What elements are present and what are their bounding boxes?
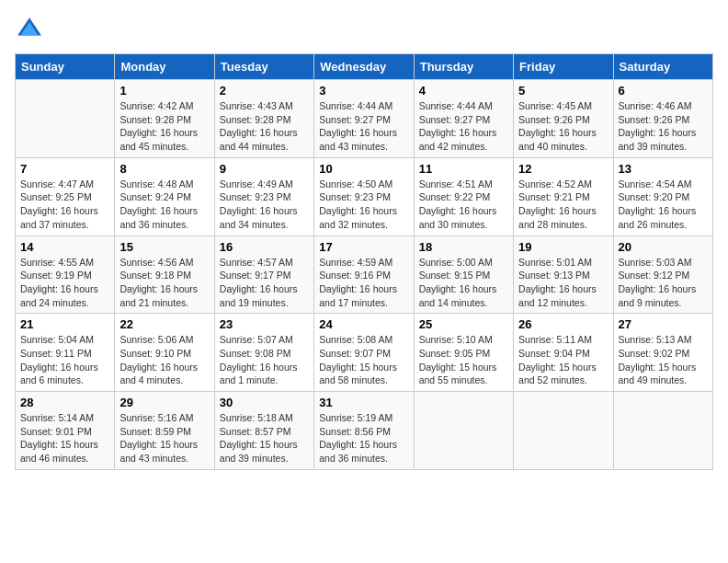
day-number: 17 — [319, 240, 408, 254]
calendar-cell: 23Sunrise: 5:07 AM Sunset: 9:08 PM Dayli… — [214, 314, 313, 392]
day-number: 20 — [619, 240, 708, 254]
day-info: Sunrise: 5:06 AM Sunset: 9:10 PM Dayligh… — [119, 333, 209, 387]
day-number: 23 — [220, 317, 309, 331]
day-info: Sunrise: 5:18 AM Sunset: 8:57 PM Dayligh… — [220, 411, 309, 465]
header-thursday: Thursday — [414, 54, 513, 80]
header-row: SundayMondayTuesdayWednesdayThursdayFrid… — [16, 54, 713, 80]
week-row-1: 1Sunrise: 4:42 AM Sunset: 9:28 PM Daylig… — [16, 80, 713, 158]
day-info: Sunrise: 4:48 AM Sunset: 9:24 PM Dayligh… — [119, 178, 209, 232]
day-info: Sunrise: 4:55 AM Sunset: 9:19 PM Dayligh… — [20, 256, 109, 310]
day-number: 28 — [20, 396, 109, 409]
calendar-cell: 8Sunrise: 4:48 AM Sunset: 9:24 PM Daylig… — [115, 157, 214, 236]
day-number: 19 — [518, 240, 608, 254]
day-number: 18 — [419, 240, 508, 254]
day-number: 3 — [319, 84, 408, 98]
day-info: Sunrise: 4:50 AM Sunset: 9:23 PM Dayligh… — [319, 178, 408, 232]
day-info: Sunrise: 5:01 AM Sunset: 9:13 PM Dayligh… — [518, 256, 608, 310]
header-friday: Friday — [514, 54, 613, 80]
day-info: Sunrise: 4:45 AM Sunset: 9:26 PM Dayligh… — [518, 99, 608, 154]
day-info: Sunrise: 4:42 AM Sunset: 9:28 PM Dayligh… — [119, 99, 209, 154]
day-info: Sunrise: 4:52 AM Sunset: 9:21 PM Dayligh… — [518, 178, 608, 232]
calendar-cell: 12Sunrise: 4:52 AM Sunset: 9:21 PM Dayli… — [514, 157, 613, 236]
day-number: 30 — [220, 396, 309, 409]
day-info: Sunrise: 4:59 AM Sunset: 9:16 PM Dayligh… — [319, 256, 408, 310]
calendar-cell: 15Sunrise: 4:56 AM Sunset: 9:18 PM Dayli… — [115, 236, 214, 314]
day-number: 11 — [419, 162, 508, 176]
day-info: Sunrise: 5:16 AM Sunset: 8:59 PM Dayligh… — [119, 411, 209, 465]
calendar-cell: 30Sunrise: 5:18 AM Sunset: 8:57 PM Dayli… — [214, 392, 313, 470]
header-wednesday: Wednesday — [314, 54, 414, 80]
day-number: 12 — [518, 162, 608, 176]
calendar-cell: 4Sunrise: 4:44 AM Sunset: 9:27 PM Daylig… — [414, 80, 513, 158]
week-row-2: 7Sunrise: 4:47 AM Sunset: 9:25 PM Daylig… — [16, 157, 713, 236]
day-number: 9 — [220, 162, 309, 176]
day-number: 4 — [419, 84, 508, 98]
calendar-cell — [16, 80, 115, 158]
calendar-cell: 1Sunrise: 4:42 AM Sunset: 9:28 PM Daylig… — [115, 80, 214, 158]
calendar-cell: 2Sunrise: 4:43 AM Sunset: 9:28 PM Daylig… — [214, 80, 313, 158]
day-info: Sunrise: 4:46 AM Sunset: 9:26 PM Dayligh… — [619, 99, 708, 154]
logo — [15, 15, 48, 44]
calendar-cell: 19Sunrise: 5:01 AM Sunset: 9:13 PM Dayli… — [514, 236, 613, 314]
day-info: Sunrise: 5:19 AM Sunset: 8:56 PM Dayligh… — [319, 411, 408, 465]
day-number: 5 — [518, 84, 608, 98]
header-monday: Monday — [115, 54, 214, 80]
calendar-cell: 14Sunrise: 4:55 AM Sunset: 9:19 PM Dayli… — [16, 236, 115, 314]
day-info: Sunrise: 5:11 AM Sunset: 9:04 PM Dayligh… — [518, 333, 608, 387]
day-info: Sunrise: 5:08 AM Sunset: 9:07 PM Dayligh… — [319, 333, 408, 387]
day-number: 15 — [119, 240, 209, 254]
day-number: 24 — [319, 317, 408, 331]
calendar-cell: 21Sunrise: 5:04 AM Sunset: 9:11 PM Dayli… — [16, 314, 115, 392]
calendar-cell — [514, 392, 613, 470]
calendar-cell: 24Sunrise: 5:08 AM Sunset: 9:07 PM Dayli… — [314, 314, 414, 392]
calendar-cell: 22Sunrise: 5:06 AM Sunset: 9:10 PM Dayli… — [115, 314, 214, 392]
calendar-cell: 16Sunrise: 4:57 AM Sunset: 9:17 PM Dayli… — [214, 236, 313, 314]
calendar-table: SundayMondayTuesdayWednesdayThursdayFrid… — [15, 53, 713, 470]
day-info: Sunrise: 4:56 AM Sunset: 9:18 PM Dayligh… — [119, 256, 209, 310]
calendar-cell: 17Sunrise: 4:59 AM Sunset: 9:16 PM Dayli… — [314, 236, 414, 314]
calendar-cell: 9Sunrise: 4:49 AM Sunset: 9:23 PM Daylig… — [214, 157, 313, 236]
day-number: 6 — [619, 84, 708, 98]
day-number: 10 — [319, 162, 408, 176]
week-row-4: 21Sunrise: 5:04 AM Sunset: 9:11 PM Dayli… — [16, 314, 713, 392]
day-number: 13 — [619, 162, 708, 176]
week-row-5: 28Sunrise: 5:14 AM Sunset: 9:01 PM Dayli… — [16, 392, 713, 470]
calendar-cell: 31Sunrise: 5:19 AM Sunset: 8:56 PM Dayli… — [314, 392, 414, 470]
logo-icon — [15, 15, 44, 44]
calendar-cell: 18Sunrise: 5:00 AM Sunset: 9:15 PM Dayli… — [414, 236, 513, 314]
week-row-3: 14Sunrise: 4:55 AM Sunset: 9:19 PM Dayli… — [16, 236, 713, 314]
calendar-cell: 29Sunrise: 5:16 AM Sunset: 8:59 PM Dayli… — [115, 392, 214, 470]
day-number: 25 — [419, 317, 508, 331]
day-info: Sunrise: 4:47 AM Sunset: 9:25 PM Dayligh… — [20, 178, 109, 232]
day-number: 29 — [119, 396, 209, 409]
calendar-cell: 5Sunrise: 4:45 AM Sunset: 9:26 PM Daylig… — [514, 80, 613, 158]
day-info: Sunrise: 5:10 AM Sunset: 9:05 PM Dayligh… — [419, 333, 508, 387]
day-number: 26 — [518, 317, 608, 331]
calendar-cell: 6Sunrise: 4:46 AM Sunset: 9:26 PM Daylig… — [613, 80, 712, 158]
day-number: 14 — [20, 240, 109, 254]
day-info: Sunrise: 4:51 AM Sunset: 9:22 PM Dayligh… — [419, 178, 508, 232]
day-number: 16 — [220, 240, 309, 254]
day-number: 7 — [20, 162, 109, 176]
day-info: Sunrise: 5:13 AM Sunset: 9:02 PM Dayligh… — [619, 333, 708, 387]
header-sunday: Sunday — [16, 54, 115, 80]
calendar-cell — [613, 392, 712, 470]
day-info: Sunrise: 4:49 AM Sunset: 9:23 PM Dayligh… — [220, 178, 309, 232]
day-number: 27 — [619, 317, 708, 331]
calendar-cell: 27Sunrise: 5:13 AM Sunset: 9:02 PM Dayli… — [613, 314, 712, 392]
calendar-cell: 20Sunrise: 5:03 AM Sunset: 9:12 PM Dayli… — [613, 236, 712, 314]
day-number: 2 — [220, 84, 309, 98]
day-info: Sunrise: 4:43 AM Sunset: 9:28 PM Dayligh… — [220, 99, 309, 154]
calendar-cell: 25Sunrise: 5:10 AM Sunset: 9:05 PM Dayli… — [414, 314, 513, 392]
calendar-cell: 28Sunrise: 5:14 AM Sunset: 9:01 PM Dayli… — [16, 392, 115, 470]
header-saturday: Saturday — [613, 54, 712, 80]
calendar-cell: 7Sunrise: 4:47 AM Sunset: 9:25 PM Daylig… — [16, 157, 115, 236]
day-info: Sunrise: 4:54 AM Sunset: 9:20 PM Dayligh… — [619, 178, 708, 232]
page-header — [15, 15, 713, 44]
day-number: 8 — [119, 162, 209, 176]
day-info: Sunrise: 5:03 AM Sunset: 9:12 PM Dayligh… — [619, 256, 708, 310]
header-tuesday: Tuesday — [214, 54, 313, 80]
day-number: 31 — [319, 396, 408, 409]
day-info: Sunrise: 4:44 AM Sunset: 9:27 PM Dayligh… — [419, 99, 508, 154]
day-info: Sunrise: 4:44 AM Sunset: 9:27 PM Dayligh… — [319, 99, 408, 154]
